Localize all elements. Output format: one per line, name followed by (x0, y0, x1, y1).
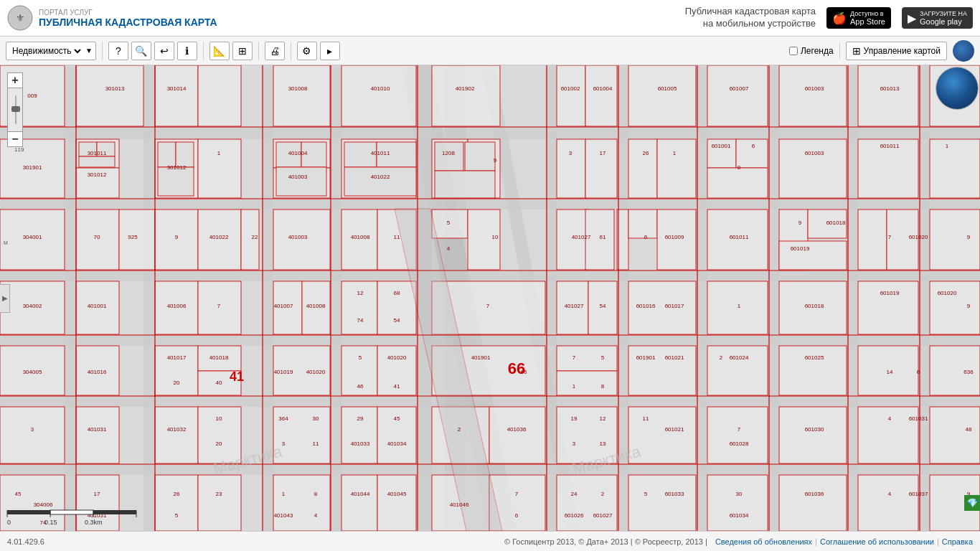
svg-text:0: 0 (7, 519, 11, 526)
legend-label: Легенда (801, 46, 834, 56)
svg-text:46: 46 (357, 383, 364, 390)
legend-checkbox[interactable] (789, 47, 798, 55)
zoom-out-button[interactable]: − (7, 131, 23, 147)
settings-button[interactable]: ⚙ (297, 42, 317, 60)
svg-text:401033: 401033 (351, 441, 370, 447)
svg-rect-152 (344, 167, 416, 196)
ruler-button[interactable]: 📐 (209, 42, 230, 60)
toolbar-divider-3 (258, 42, 259, 60)
category-select[interactable]: Недвижимость (9, 45, 83, 57)
svg-rect-31 (628, 65, 696, 126)
svg-text:40: 40 (216, 380, 222, 386)
ruler-icon: 📐 (213, 45, 225, 57)
svg-text:601013: 601013 (880, 85, 900, 92)
svg-rect-49 (657, 139, 696, 198)
svg-rect-12 (143, 65, 155, 531)
footer-separator-1: | (815, 537, 817, 546)
portal-label: ПОРТАЛ УСЛУГ (39, 9, 217, 17)
googleplay-badge[interactable]: ▶ ЗАГРУЗИТЕ НА Google play (902, 7, 973, 29)
svg-rect-136 (628, 475, 696, 531)
footer-separator-0 (710, 537, 712, 546)
svg-text:401902: 401902 (456, 85, 475, 92)
svg-text:401016: 401016 (88, 369, 107, 375)
layers-button[interactable]: ⊞ (232, 42, 253, 60)
svg-text:301901: 301901 (23, 164, 42, 171)
search-button[interactable]: 🔍 (131, 42, 151, 60)
side-panel-toggle[interactable]: ▶ (0, 284, 10, 313)
svg-text:304005: 304005 (23, 369, 42, 375)
category-select-wrap: Недвижимость ▼ (6, 42, 96, 60)
appstore-badge[interactable]: 🍎 Доступно в App Store (826, 7, 891, 29)
svg-rect-47 (585, 139, 617, 198)
back-button[interactable]: ↩ (154, 42, 174, 60)
svg-text:48: 48 (966, 426, 972, 433)
svg-text:301012: 301012 (167, 164, 187, 171)
layers-icon: ⊞ (238, 45, 247, 57)
svg-text:601026: 601026 (565, 512, 584, 519)
svg-text:301011: 301011 (88, 150, 107, 156)
svg-text:601020: 601020 (938, 290, 957, 296)
footer-link-updates[interactable]: Сведения об обновлениях (715, 537, 812, 546)
svg-rect-360 (50, 510, 93, 514)
googleplay-sublabel: ЗАГРУЗИТЕ НА (920, 10, 967, 17)
gem-symbol: 💎 (967, 498, 978, 508)
svg-rect-107 (707, 346, 768, 395)
svg-text:7: 7 (738, 426, 741, 433)
svg-rect-78 (930, 209, 980, 270)
svg-text:401027: 401027 (572, 234, 591, 240)
googleplay-text: ЗАГРУЗИТЕ НА Google play (920, 10, 967, 26)
info-button[interactable]: ℹ (177, 42, 197, 60)
svg-rect-137 (707, 475, 768, 531)
svg-text:10: 10 (216, 415, 222, 422)
svg-rect-108 (779, 346, 847, 395)
footer-separator-2: | (937, 537, 939, 546)
print-button[interactable]: 🖨 (265, 42, 285, 60)
footer-link-agreement[interactable]: Соглашение об использовании (820, 537, 934, 546)
svg-rect-143 (79, 156, 115, 167)
svg-text:5: 5 (644, 491, 648, 497)
toolbar-divider-1 (102, 42, 103, 60)
svg-text:401027: 401027 (565, 303, 584, 309)
svg-text:9: 9 (175, 234, 179, 240)
manage-map-button[interactable]: ⊞ Управление картой (846, 42, 947, 60)
footer-link-help[interactable]: Справка (942, 537, 973, 546)
svg-rect-53 (779, 139, 847, 198)
svg-text:601021: 601021 (665, 426, 684, 433)
svg-rect-113 (155, 407, 198, 463)
svg-text:19: 19 (571, 415, 578, 422)
svg-text:20: 20 (174, 380, 180, 386)
legend-toggle[interactable]: Легенда (789, 46, 834, 56)
svg-rect-75 (779, 241, 847, 270)
svg-text:009: 009 (27, 93, 37, 99)
svg-rect-34 (858, 65, 918, 126)
minimap[interactable] (936, 67, 979, 110)
map-container[interactable]: 009 301013 301014 301008 401010 401902 6… (0, 65, 980, 531)
zoom-in-button[interactable]: + (7, 72, 23, 88)
svg-text:401010: 401010 (371, 85, 390, 92)
svg-text:401031: 401031 (88, 426, 107, 433)
svg-rect-129 (198, 475, 241, 531)
portal-text: ПОРТАЛ УСЛУГ ПУБЛИЧНАЯ КАДАСТРОВАЯ КАРТА (39, 9, 217, 28)
svg-text:401045: 401045 (387, 491, 407, 497)
svg-rect-106 (628, 346, 696, 395)
svg-text:301008: 301008 (288, 85, 308, 92)
svg-text:601011: 601011 (880, 143, 900, 149)
svg-text:601018: 601018 (805, 303, 824, 309)
chevron-right-icon: ▶ (2, 294, 8, 302)
svg-text:7: 7 (217, 303, 221, 309)
gem-icon[interactable]: 💎 (964, 495, 980, 511)
svg-text:601019: 601019 (880, 290, 900, 296)
svg-text:24: 24 (571, 491, 578, 497)
svg-text:30: 30 (736, 491, 743, 497)
svg-rect-132 (377, 475, 416, 531)
svg-text:636: 636 (963, 369, 974, 375)
globe-icon[interactable] (953, 40, 974, 62)
help-button[interactable]: ? (108, 42, 128, 60)
svg-text:301013: 301013 (105, 85, 125, 92)
svg-text:66: 66 (508, 359, 525, 377)
more-button[interactable]: ▸ (320, 42, 340, 60)
map-svg: 009 301013 301014 301008 401010 401902 6… (0, 65, 980, 531)
svg-rect-138 (779, 475, 847, 531)
svg-text:9: 9 (798, 220, 802, 226)
svg-text:601004: 601004 (593, 85, 613, 92)
